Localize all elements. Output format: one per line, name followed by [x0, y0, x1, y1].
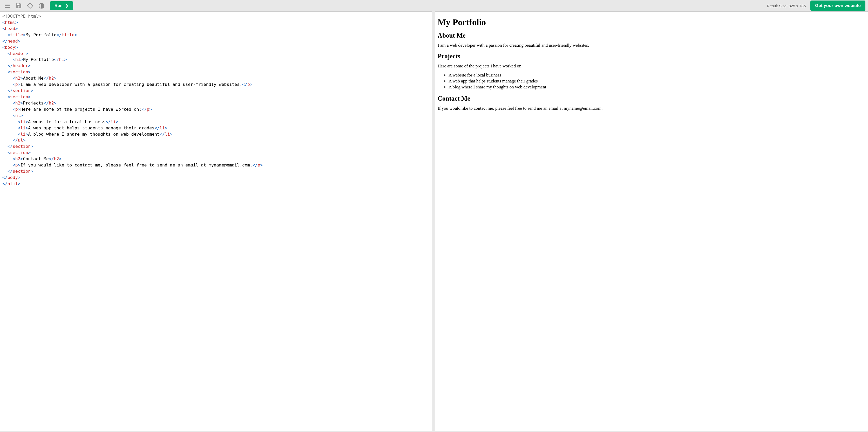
code-s3-p: If you would like to contact me, please … — [21, 163, 253, 167]
code-doctype: <!DOCTYPE html> — [2, 14, 41, 19]
preview-contact-p: If you would like to contact me, please … — [438, 106, 865, 111]
rotate-icon[interactable] — [25, 1, 35, 10]
code-s2-p: Here are some of the projects I have wor… — [21, 107, 142, 112]
run-button-label: Run — [55, 3, 63, 8]
list-item: A blog where I share my thoughts on web … — [448, 84, 865, 90]
code-s3-h2: Contact Me — [23, 156, 49, 161]
code-s2-li1: A website for a local business — [28, 119, 105, 124]
run-button[interactable]: Run ❯ — [50, 1, 73, 10]
preview-contact-h2: Contact Me — [438, 95, 865, 102]
code-s2-li3: A blog where I share my thoughts on web … — [28, 132, 160, 137]
toolbar: Run ❯ Result Size: 825 x 785 Get your ow… — [0, 0, 868, 11]
preview-about-h2: About Me — [438, 32, 865, 39]
preview-projects-list: A website for a local business A web app… — [438, 72, 865, 90]
preview-about-p: I am a web developer with a passion for … — [438, 43, 865, 48]
main-container: <!DOCTYPE html> <html> <head> <title>My … — [0, 11, 868, 432]
code-s1-p: I am a web developer with a passion for … — [21, 82, 242, 87]
get-website-button[interactable]: Get your own website — [810, 1, 865, 11]
code-s2-h2: Projects — [23, 101, 43, 105]
code-h1-txt: My Portfolio — [23, 57, 54, 62]
code-s1-h2: About Me — [23, 76, 43, 81]
svg-rect-3 — [17, 3, 20, 5]
preview-h1: My Portfolio — [438, 18, 865, 27]
chevron-right-icon: ❯ — [65, 3, 68, 8]
code-editor[interactable]: <!DOCTYPE html> <html> <head> <title>My … — [0, 11, 432, 431]
result-preview: My Portfolio About Me I am a web develop… — [435, 11, 868, 431]
list-item: A web app that helps students manage the… — [448, 78, 865, 84]
code-s2-li2: A web app that helps students manage the… — [28, 126, 154, 130]
svg-rect-4 — [27, 3, 33, 8]
preview-projects-p: Here are some of the projects I have wor… — [438, 64, 865, 69]
code-title-txt: My Portfolio — [25, 32, 56, 37]
preview-projects-h2: Projects — [438, 53, 865, 60]
save-icon[interactable] — [14, 1, 23, 10]
theme-icon[interactable] — [37, 1, 46, 10]
list-item: A website for a local business — [448, 72, 865, 78]
menu-icon[interactable] — [3, 1, 12, 10]
result-size-label: Result Size: 825 x 785 — [767, 4, 806, 8]
